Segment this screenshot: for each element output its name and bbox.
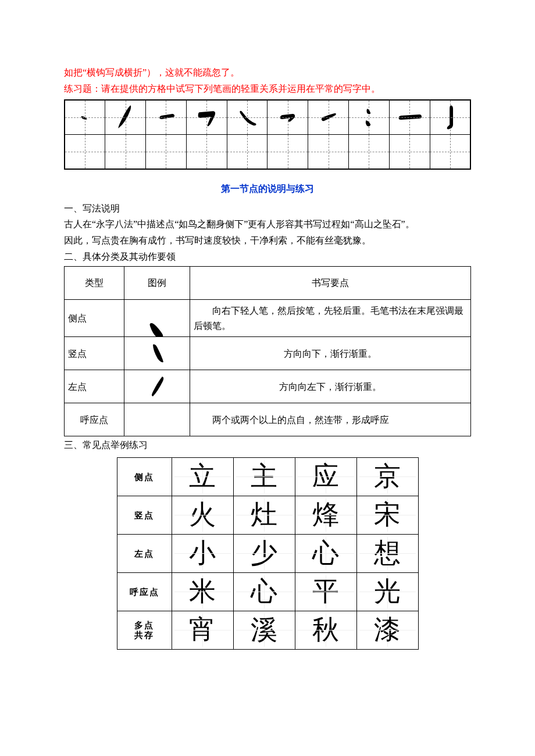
zuodian-glyph-icon: [145, 374, 169, 399]
spec-row-desc: 两个或两个以上的点自，然连带，形成呼应: [190, 403, 471, 436]
stroke-double-dot-icon: [349, 101, 389, 134]
stroke-hengpie-short-icon: [268, 101, 308, 134]
stroke-cell-empty[interactable]: [430, 135, 470, 170]
exm-char-cell: 平: [295, 572, 356, 611]
stroke-cell[interactable]: [389, 100, 430, 135]
section-title: 第一节点的说明与练习: [64, 181, 471, 196]
exm-char-cell: 立: [172, 457, 233, 496]
spec-row-type: 侧点: [65, 300, 124, 337]
exm-char-cell: 烽: [295, 496, 356, 534]
spec-h-desc: 书写要点: [190, 267, 471, 300]
stroke-cell-empty[interactable]: [349, 135, 390, 170]
spec-row-desc: 方向向下，渐行渐重。: [190, 337, 471, 370]
spec-row-type: 呼应点: [65, 403, 124, 436]
stroke-practice-grid: [64, 99, 471, 170]
stroke-cell-empty[interactable]: [268, 135, 308, 170]
body-1a: 古人在“永字八法”中描述点“如鸟之翻身侧下”更有人形容其书写过程如“高山之坠石”…: [64, 217, 471, 232]
stroke-cell-empty[interactable]: [105, 135, 146, 170]
spec-row-type: 左点: [65, 370, 124, 403]
spec-row-glyph: [124, 300, 190, 337]
stroke-cell[interactable]: [65, 100, 105, 135]
intro-line-1: 如把“横钩写成横折”），这就不能疏忽了。: [64, 65, 471, 80]
stroke-heng-icon: [390, 101, 430, 134]
stroke-cell[interactable]: [146, 100, 187, 135]
exm-char-cell: 光: [356, 572, 418, 611]
stroke-cell-empty[interactable]: [186, 135, 227, 170]
spec-row-type: 竖点: [65, 337, 124, 370]
stroke-cell-empty[interactable]: [308, 135, 349, 170]
spec-table: 类型 图例 书写要点 侧点 向右下轻人笔，然后按笔，先轻后重。毛笔书法在末尾强调…: [64, 266, 471, 436]
stroke-cell-empty[interactable]: [65, 135, 105, 170]
stroke-dot-icon: [65, 101, 105, 134]
stroke-shugou-icon: [430, 101, 470, 134]
example-char-table: 侧点 立 主 应 京 竖点 火 灶 烽 宋 左点 小 少 心 想 呼应点: [117, 457, 419, 650]
exm-char-cell: 米: [172, 572, 233, 611]
exm-row-label: 多点共存: [117, 611, 172, 649]
spec-row-desc: 方向向左下，渐行渐重。: [190, 370, 471, 403]
spec-h-glyph: 图例: [124, 267, 190, 300]
exm-char-cell: 心: [295, 534, 356, 572]
stroke-na-icon: [227, 101, 268, 134]
stroke-pie-icon: [105, 101, 145, 134]
exm-char-cell: 漆: [356, 611, 418, 649]
exm-char-cell: 溪: [233, 611, 295, 649]
exm-char-cell: 想: [356, 534, 418, 572]
stroke-cell-empty[interactable]: [389, 135, 430, 170]
exm-char-cell: 少: [233, 534, 295, 572]
exm-row-label: 侧点: [117, 457, 172, 496]
exm-char-cell: 火: [172, 496, 233, 534]
exm-row-label: 左点: [117, 534, 172, 572]
stroke-cell-empty[interactable]: [227, 135, 268, 170]
spec-row-glyph: [124, 370, 190, 403]
stroke-short-heng-icon: [146, 101, 186, 134]
heading-1: 一、写法说明: [64, 201, 471, 216]
exm-char-cell: 秋: [295, 611, 356, 649]
heading-3: 三、常见点举例练习: [64, 438, 471, 453]
exm-char-cell: 应: [295, 457, 356, 496]
exm-char-cell: 小: [172, 534, 233, 572]
exm-row-label: 呼应点: [117, 572, 172, 611]
spec-row-glyph: [124, 337, 190, 370]
exm-row-label: 竖点: [117, 496, 172, 534]
stroke-cell[interactable]: [186, 100, 227, 135]
shudian-glyph-icon: [145, 341, 169, 366]
stroke-cell[interactable]: [268, 100, 308, 135]
spec-row-glyph: [124, 403, 190, 436]
exm-char-cell: 京: [356, 457, 418, 496]
heading-2: 二、具体分类及其动作要领: [64, 249, 471, 264]
exm-char-cell: 灶: [233, 496, 295, 534]
exm-char-cell: 主: [233, 457, 295, 496]
stroke-tiao-icon: [308, 101, 348, 134]
exm-char-cell: 宋: [356, 496, 418, 534]
cedian-glyph-icon: [140, 316, 174, 336]
stroke-cell[interactable]: [105, 100, 146, 135]
exm-char-cell: 宵: [172, 611, 233, 649]
body-1b: 因此，写点贵在胸有成竹，书写时速度较快，干净利索，不能有丝毫犹豫。: [64, 233, 471, 248]
spec-h-type: 类型: [65, 267, 124, 300]
stroke-cell[interactable]: [430, 100, 470, 135]
spec-row-desc: 向右下轻人笔，然后按笔，先轻后重。毛笔书法在末尾强调最后顿笔。: [190, 300, 471, 337]
stroke-cell-empty[interactable]: [146, 135, 187, 170]
stroke-henggou-icon: [187, 101, 227, 134]
document-page: 如把“横钩写成横折”），这就不能疏忽了。 练习题：请在提供的方格中试写下列笔画的…: [0, 0, 535, 673]
exm-char-cell: 心: [233, 572, 295, 611]
stroke-cell[interactable]: [308, 100, 349, 135]
stroke-cell[interactable]: [349, 100, 390, 135]
stroke-cell[interactable]: [227, 100, 268, 135]
intro-line-2: 练习题：请在提供的方格中试写下列笔画的轻重关系并运用在平常的写字中。: [64, 81, 471, 96]
